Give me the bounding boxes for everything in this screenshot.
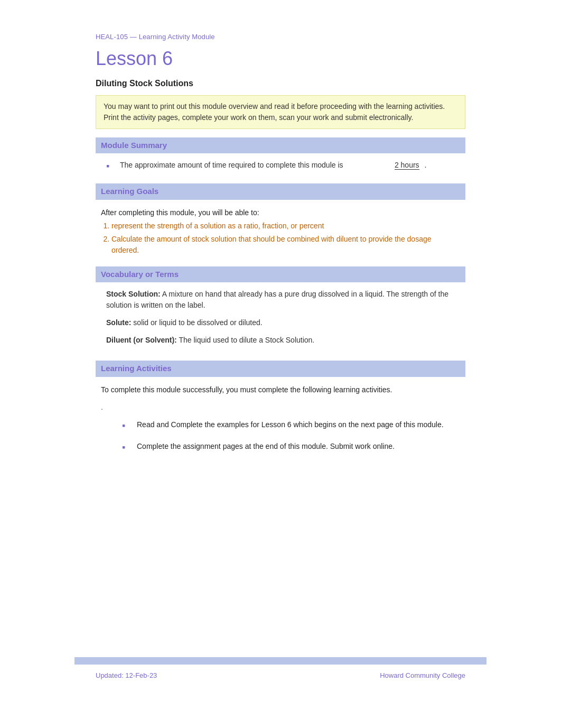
vocab-def-diluent: The liquid used to dilute a Stock Soluti… <box>179 336 314 344</box>
learning-goals-intro: After completing this module, you will b… <box>96 204 465 220</box>
vocab-def-solute: solid or liquid to be dissolved or dilut… <box>133 318 262 327</box>
time-period: . <box>425 161 427 169</box>
activity-bullet-2: ▪ <box>122 441 130 454</box>
activities-list: ▪ Read and Complete the examples for Les… <box>96 414 465 468</box>
time-text-before: The approximate amount of time required … <box>120 161 343 169</box>
time-bullet: ▪ The approximate amount of time require… <box>106 160 460 173</box>
vocabulary-header: Vocabulary or Terms <box>96 266 465 283</box>
module-summary-header: Module Summary <box>96 137 465 154</box>
lesson-title: Lesson 6 <box>96 44 465 73</box>
vocab-term-solute: Solute: <box>106 318 131 327</box>
footer-updated: Updated: 12-Feb-23 <box>96 670 157 681</box>
vocab-entry-stock: Stock Solution: A mixture on hand that a… <box>106 289 457 311</box>
course-title: HEAL-105 — Learning Activity Module <box>96 32 465 42</box>
activity-bullet-1: ▪ <box>122 419 130 432</box>
goal-2: Calculate the amount of stock solution t… <box>111 234 460 256</box>
activity-1: ▪ Read and Complete the examples for Les… <box>122 419 460 432</box>
subtitle: Diluting Stock Solutions <box>96 77 465 90</box>
activity-text-1: Read and Complete the examples for Lesso… <box>137 419 444 430</box>
footer-text: Updated: 12-Feb-23 Howard Community Coll… <box>96 670 465 681</box>
time-value: 2 hours <box>395 161 419 170</box>
learning-activities-header: Learning Activities <box>96 361 465 377</box>
goal-1: represent the strength of a solution as … <box>111 220 460 232</box>
vocab-term-stock: Stock Solution: <box>106 290 161 298</box>
activity-2: ▪ Complete the assignment pages at the e… <box>122 441 460 454</box>
activity-text-2: Complete the assignment pages at the end… <box>137 441 395 452</box>
notice-text: You may want to print out this module ov… <box>104 102 445 122</box>
page-container: HEAL-105 — Learning Activity Module Less… <box>74 0 487 728</box>
learning-activities-intro: To complete this module successfully, yo… <box>96 381 465 398</box>
goals-list: represent the strength of a solution as … <box>96 220 465 263</box>
notice-box: You may want to print out this module ov… <box>96 95 465 129</box>
footer-institution: Howard Community College <box>380 670 465 681</box>
learning-goals-header: Learning Goals <box>96 183 465 200</box>
bullet-icon: ▪ <box>106 160 115 173</box>
vocab-entry-diluent: Diluent (or Solvent): The liquid used to… <box>106 335 457 346</box>
footer-bar <box>74 657 487 665</box>
vocab-term-diluent: Diluent (or Solvent): <box>106 336 177 344</box>
module-summary-content: ▪ The approximate amount of time require… <box>96 158 465 180</box>
vocabulary-content: Stock Solution: A mixture on hand that a… <box>96 287 465 357</box>
solo-period: . <box>96 398 465 414</box>
vocab-entry-solute: Solute: solid or liquid to be dissolved … <box>106 317 457 328</box>
